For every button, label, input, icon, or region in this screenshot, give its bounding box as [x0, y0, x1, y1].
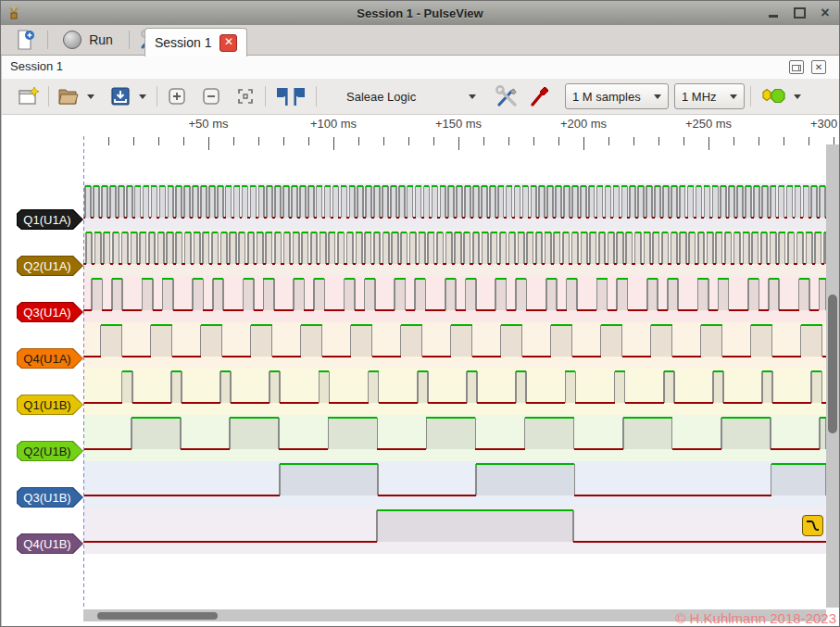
channel-label-text: Q1(U1A) [18, 210, 82, 229]
wave-high-fill [536, 232, 542, 264]
wave-high-fill [748, 279, 759, 310]
save-dropdown-button[interactable] [134, 83, 151, 109]
wave-high-fill [563, 232, 569, 264]
new-session-button[interactable] [8, 28, 42, 52]
channels-button[interactable] [526, 83, 554, 109]
wave-high-fill [293, 232, 298, 264]
wave-high-fill [220, 371, 231, 403]
separator [316, 86, 317, 107]
trigger-marker-falling-edge[interactable] [802, 515, 823, 536]
wave-high-fill [531, 186, 536, 218]
sample-count-combobox[interactable]: 1 M samples [565, 83, 669, 109]
wave-high-fill [101, 325, 122, 357]
probe-icon [529, 85, 551, 107]
wave-high-fill [668, 279, 678, 310]
wave-high-fill [212, 232, 218, 264]
open-dropdown-button[interactable] [82, 83, 99, 109]
wave-high-fill [193, 279, 203, 310]
subwindow-float-button[interactable] [789, 60, 804, 74]
wave-high-fill [621, 186, 627, 218]
wave-high-fill [167, 232, 172, 264]
sample-rate-combobox[interactable]: 1 MHz [674, 83, 745, 109]
channel-label-q2u1b[interactable]: Q2(U1B) [17, 441, 83, 461]
tab-label: Session 1 [155, 35, 211, 50]
wave-high-fill [213, 279, 223, 310]
zoom-out-button[interactable] [197, 83, 225, 109]
run-button[interactable]: Run [55, 28, 121, 52]
wave-high-fill [399, 186, 405, 218]
waveform-canvas[interactable] [2, 115, 840, 626]
open-button[interactable] [55, 83, 82, 109]
channel-label-q3u1a[interactable]: Q3(U1A) [17, 302, 83, 322]
wave-high-fill [762, 371, 772, 403]
wave-high-fill [601, 325, 622, 357]
minimize-icon [769, 15, 778, 18]
wave-high-fill [437, 232, 443, 264]
wave-high-fill [671, 232, 677, 264]
channel-label-q1u1b[interactable]: Q1(U1B) [17, 395, 83, 415]
wave-high-fill [457, 186, 462, 218]
separator [265, 86, 266, 107]
new-view-button[interactable] [15, 83, 43, 109]
channel-label-q4u1b[interactable]: Q4(U1B) [17, 533, 83, 554]
device-config-button[interactable] [493, 83, 520, 109]
horizontal-scrollbar-handle[interactable] [97, 612, 218, 620]
vertical-scrollbar-handle[interactable] [828, 295, 837, 433]
wave-high-fill [119, 186, 124, 218]
wave-high-fill [284, 232, 290, 264]
wave-high-fill [391, 186, 396, 218]
wave-high-fill [605, 186, 610, 218]
zoom-fit-button[interactable] [232, 83, 259, 109]
subwindow-title: Session 1 [10, 59, 63, 73]
wave-high-fill [209, 186, 215, 218]
wave-high-fill [356, 232, 361, 264]
title-bar[interactable]: Session 1 - PulseView × [1, 1, 839, 25]
channel-label-q3u1b[interactable]: Q3(U1B) [17, 487, 83, 508]
wave-high-fill [347, 232, 353, 264]
wave-high-fill [230, 418, 279, 449]
chevron-down-icon [469, 94, 476, 99]
maximize-icon [794, 7, 806, 19]
show-cursors-button[interactable] [271, 83, 310, 109]
wave-high-fill [491, 232, 496, 264]
tab-session-1[interactable]: Session 1 ✕ [144, 28, 247, 56]
channel-label-q4u1a[interactable]: Q4(U1A) [17, 348, 83, 369]
zoom-in-button[interactable] [163, 83, 191, 109]
subwindow-close-button[interactable]: ✕ [811, 60, 826, 74]
wave-high-fill [599, 232, 605, 264]
trace-view[interactable]: +50 ms+100 ms+150 ms+200 ms+250 ms+300 m… [1, 115, 839, 626]
wave-high-fill [102, 186, 107, 218]
add-decoder-button[interactable] [757, 83, 805, 109]
wave-high-fill [308, 186, 314, 218]
wave-high-fill [589, 186, 595, 218]
wave-high-fill [597, 186, 603, 218]
tab-close-button[interactable]: ✕ [219, 34, 237, 52]
wave-high-fill [294, 279, 304, 310]
wave-high-fill [426, 418, 475, 449]
wave-high-fill [820, 186, 825, 218]
wave-high-fill [94, 186, 99, 218]
wave-high-fill [680, 232, 685, 264]
wave-high-fill [132, 418, 181, 449]
vertical-scrollbar[interactable] [826, 144, 839, 608]
wave-high-fill [655, 186, 660, 218]
new-session-icon [14, 29, 36, 51]
wave-high-fill [590, 232, 596, 264]
device-combobox[interactable]: Saleae Logic [339, 83, 483, 109]
zoom-out-icon [201, 86, 221, 107]
channel-label-q1u1a[interactable]: Q1(U1A) [17, 209, 83, 230]
cursors-icon [274, 85, 307, 107]
wave-high-fill [377, 510, 573, 542]
maximize-button[interactable] [793, 6, 806, 19]
wave-high-fill [301, 325, 322, 357]
wave-high-fill [647, 279, 658, 310]
save-button[interactable] [107, 83, 134, 109]
minimize-button[interactable] [767, 6, 780, 19]
wave-high-fill [226, 186, 232, 218]
close-button[interactable]: × [819, 6, 832, 19]
wave-high-fill [320, 232, 325, 264]
channel-label-q2u1a[interactable]: Q2(U1A) [17, 256, 83, 276]
open-folder-icon [57, 86, 80, 107]
wave-high-fill [712, 186, 718, 218]
wave-high-fill [567, 279, 577, 310]
